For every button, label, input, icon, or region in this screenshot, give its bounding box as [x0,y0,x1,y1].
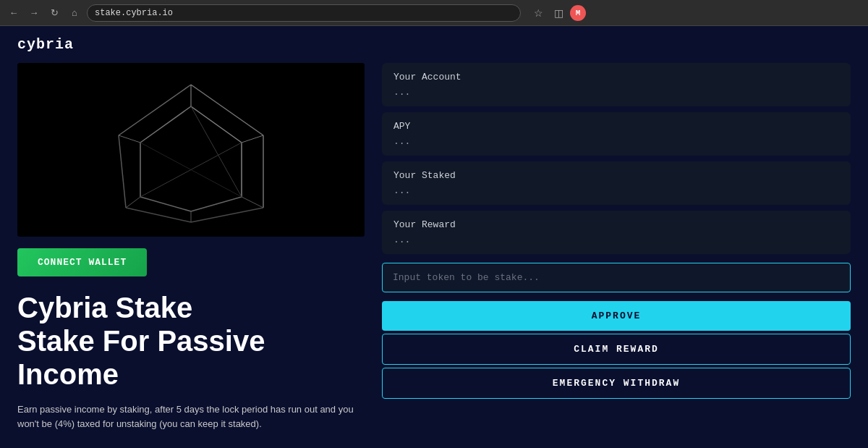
your-staked-value: ... [393,185,839,196]
apy-value: ... [393,136,839,147]
forward-button[interactable]: → [26,5,42,21]
right-panel: Your Account ... APY ... Your Staked ...… [382,63,851,431]
your-staked-label: Your Staked [393,170,839,181]
main-content: CONNECT WALLET Cybria Stake Stake for Pa… [0,63,868,445]
your-reward-card: Your Reward ... [382,211,851,254]
emergency-withdraw-button[interactable]: EMERGENCY WITHDRAW [382,368,851,399]
your-account-card: Your Account ... [382,63,851,106]
stake-input[interactable] [382,263,851,292]
extensions-button[interactable]: ◫ [550,4,567,22]
your-account-value: ... [393,87,839,98]
your-account-label: Your Account [393,72,839,83]
page-wrapper: cybria [0,26,868,448]
apy-card: APY ... [382,112,851,156]
browser-chrome: ← → ↻ ⌂ stake.cybria.io ☆ ◫ M [0,0,868,26]
action-buttons: APPROVE CLAIM REWARD EMERGENCY WITHDRAW [382,298,851,399]
your-reward-label: Your Reward [393,219,839,230]
home-button[interactable]: ⌂ [67,5,82,21]
bookmark-button[interactable]: ☆ [529,4,547,22]
your-staked-card: Your Staked ... [382,161,851,205]
browser-icons-right: ☆ ◫ M [529,4,586,22]
back-button[interactable]: ← [6,5,22,21]
apy-label: APY [393,121,839,132]
hero-image [17,63,365,237]
address-bar[interactable]: stake.cybria.io [87,4,521,22]
claim-reward-button[interactable]: CLAIM REWARD [382,334,851,365]
hero-title: Cybria Stake Stake for Passive Income [17,291,365,391]
your-reward-value: ... [393,234,839,245]
hero-description: Earn passive income by staking, after 5 … [17,402,365,431]
approve-button[interactable]: APPROVE [382,301,851,331]
left-panel: CONNECT WALLET Cybria Stake Stake for Pa… [17,63,365,431]
url-text: stake.cybria.io [95,8,173,18]
site-logo: cybria [17,36,74,53]
connect-wallet-button[interactable]: CONNECT WALLET [17,248,147,276]
site-header: cybria [0,26,868,63]
user-avatar[interactable]: M [570,5,586,21]
reload-button[interactable]: ↻ [46,5,62,21]
